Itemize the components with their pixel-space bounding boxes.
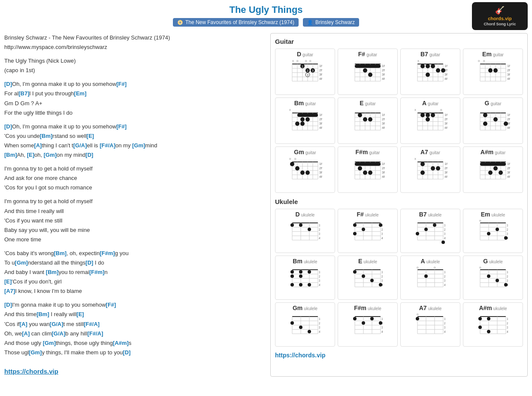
svg-text:2fr: 2fr [319, 275, 320, 278]
svg-text:4fr: 4fr [319, 237, 320, 240]
meta-info: Brinsley Schwarz - The New Favourites of… [4, 33, 266, 52]
svg-point-144 [431, 113, 435, 117]
lyrics-footer-link[interactable]: https://chords.vip [4, 366, 266, 377]
svg-text:x: x [417, 59, 419, 63]
svg-point-258 [299, 223, 302, 227]
svg-text:4fr: 4fr [319, 126, 322, 130]
svg-point-291 [424, 228, 428, 231]
page-title: The Ugly Things [0, 4, 532, 15]
chord-Em-ukulele: Em ukulele o 1fr 2fr 3fr 4fr [463, 209, 523, 253]
chord-Asharp-m-ukulele: A#m ukulele 1fr 2fr 3fr 4fr [463, 302, 523, 347]
svg-text:1fr: 1fr [507, 113, 510, 117]
svg-text:1fr: 1fr [381, 317, 383, 320]
svg-point-241 [493, 166, 498, 171]
svg-point-274 [379, 223, 382, 227]
svg-text:x: x [289, 108, 291, 112]
svg-text:2fr: 2fr [444, 166, 447, 170]
svg-text:3fr: 3fr [507, 171, 510, 174]
chord-E-guitar: E guitar 1fr 2fr 3fr 4fr [338, 97, 398, 144]
svg-text:4fr: 4fr [319, 175, 322, 179]
svg-text:2fr: 2fr [319, 166, 322, 170]
svg-text:2fr: 2fr [382, 117, 385, 121]
svg-text:1fr: 1fr [382, 113, 385, 117]
chord-Fsharp-m-guitar: F#m guitar 1fr 2fr 3fr 4fr [338, 146, 398, 193]
person-icon: 👤 [307, 20, 313, 25]
svg-point-66 [441, 68, 445, 73]
svg-point-163 [483, 122, 487, 126]
svg-point-275 [362, 228, 365, 231]
svg-text:2fr: 2fr [507, 228, 508, 231]
svg-point-330 [299, 283, 302, 286]
svg-text:3: 3 [307, 73, 308, 76]
svg-point-444 [487, 317, 490, 320]
svg-point-162 [493, 117, 498, 122]
svg-point-395 [290, 321, 294, 325]
svg-text:3fr: 3fr [507, 279, 508, 282]
svg-text:3fr: 3fr [319, 232, 320, 235]
svg-point-202 [358, 166, 362, 171]
svg-text:2fr: 2fr [382, 166, 385, 170]
svg-point-348 [379, 283, 382, 286]
svg-point-445 [478, 326, 482, 329]
svg-text:2fr: 2fr [507, 275, 508, 278]
svg-text:3fr: 3fr [319, 326, 320, 329]
site-logo: 🎸 chords.vip Chord Song Lyric [472, 2, 528, 30]
svg-point-142 [420, 113, 425, 117]
artist-tag[interactable]: 👤 Brinsley Schwarz [303, 18, 359, 27]
verse-1: [D]Oh, I'm gonna make it up to you someh… [4, 79, 266, 117]
svg-point-62 [426, 64, 430, 68]
svg-text:o: o [289, 157, 291, 161]
svg-text:3fr: 3fr [319, 171, 322, 174]
chords-footer-link[interactable]: https://chords.vip [275, 352, 523, 359]
chord-G-ukulele: G ukulele o 1fr 2fr 3fr 4fr [463, 256, 523, 300]
svg-text:2fr: 2fr [381, 275, 383, 278]
chord-Asharp-m-guitar: A#m guitar 1fr 2fr 3fr 4fr [463, 146, 523, 193]
svg-text:2fr: 2fr [319, 322, 320, 325]
svg-point-345 [353, 270, 357, 274]
chord-A7-ukulele: A7 ukulele o 1fr 2fr 3fr 4fr [400, 302, 460, 347]
chord-Fsharp-guitar: F# guitar 1fr 2fr 3fr 4fr [338, 49, 398, 95]
svg-text:o: o [296, 59, 299, 63]
svg-point-106 [300, 122, 305, 126]
svg-point-143 [426, 113, 430, 117]
svg-text:3fr: 3fr [382, 171, 385, 174]
svg-point-222 [431, 166, 435, 171]
svg-point-446 [487, 330, 490, 333]
svg-text:o: o [305, 59, 307, 63]
svg-text:4fr: 4fr [444, 126, 447, 130]
svg-text:1: 1 [302, 65, 303, 68]
svg-point-292 [416, 232, 419, 235]
svg-text:1fr: 1fr [319, 317, 320, 320]
svg-point-293 [441, 241, 445, 244]
svg-point-221 [420, 162, 425, 166]
svg-rect-240 [480, 162, 506, 166]
svg-text:4fr: 4fr [319, 77, 322, 81]
chord-A-ukulele: A ukulele o o 1fr 2fr 3fr 4fr [400, 256, 460, 300]
svg-point-182 [290, 162, 294, 166]
svg-point-309 [487, 232, 490, 235]
svg-text:3fr: 3fr [382, 73, 385, 76]
svg-text:3fr: 3fr [381, 232, 383, 235]
chord-Gm-guitar: Gm guitar o o 1fr 2fr [275, 146, 335, 193]
svg-text:4fr: 4fr [444, 330, 445, 333]
svg-point-64 [436, 68, 440, 73]
svg-point-381 [504, 283, 508, 286]
svg-point-43 [363, 68, 367, 73]
svg-text:1fr: 1fr [319, 113, 322, 117]
album-tag[interactable]: 📀 The New Favourites of Brinsley Schwarz… [173, 18, 299, 27]
svg-point-44 [368, 73, 372, 77]
svg-text:3fr: 3fr [444, 279, 445, 282]
svg-text:2fr: 2fr [444, 275, 445, 278]
svg-point-61 [420, 64, 425, 68]
svg-point-223 [436, 166, 440, 171]
svg-text:x: x [292, 59, 294, 63]
verse-5: 'Cos baby it's wrong[Bm], oh, expectin[F… [4, 249, 266, 296]
svg-text:o: o [417, 265, 419, 269]
svg-text:2fr: 2fr [507, 117, 510, 121]
svg-text:1fr: 1fr [507, 271, 508, 274]
chords-panel: Guitar D guitar x o o o [270, 33, 528, 377]
svg-text:2fr: 2fr [382, 68, 385, 72]
svg-text:4fr: 4fr [507, 77, 510, 81]
svg-text:2fr: 2fr [444, 228, 445, 231]
svg-text:4fr: 4fr [319, 330, 320, 333]
